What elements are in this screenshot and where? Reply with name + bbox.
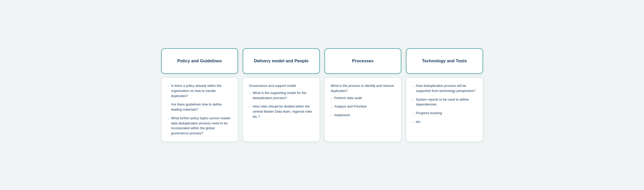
content-technology: How deduplication process will be suppor… (406, 77, 483, 141)
header-policy: Policy and Guidelines (161, 48, 238, 74)
column-processes: ProcessesWhat is the process to identify… (324, 48, 402, 141)
processes-top-text: What is the process to identify and remo… (331, 83, 395, 93)
list-item: etc. (412, 119, 477, 124)
list-item: Progress tracking (412, 111, 477, 116)
column-policy: Policy and GuidelinesIs there a policy a… (161, 48, 238, 141)
delivery-top-text: Governance and support model (249, 83, 313, 88)
processes-list: Perform data auditAnalyze and Prioritize… (331, 96, 395, 118)
main-container: Policy and GuidelinesIs there a policy a… (161, 48, 483, 141)
content-policy: Is there a policy already within the org… (161, 77, 238, 141)
list-item: Analyze and Prioritize (331, 104, 395, 109)
header-technology: Technology and Tools (406, 48, 483, 74)
content-delivery: Governance and support modelWhat is the … (243, 77, 320, 141)
list-item: How roles should be divided within the c… (249, 104, 313, 119)
list-item: Are there guidelines how to define leadi… (168, 102, 232, 112)
list-item: How deduplication process will be suppor… (412, 83, 477, 93)
header-processes: Processes (324, 48, 402, 74)
column-technology: Technology and ToolsHow deduplication pr… (406, 48, 483, 141)
list-item: Implement (331, 113, 395, 118)
delivery-nested-list: What is the supporting model for the ded… (249, 90, 313, 119)
header-title-technology: Technology and Tools (422, 58, 467, 64)
list-item: System reports to be used to define depe… (412, 97, 477, 107)
list-item: What further policy topics across master… (168, 116, 232, 136)
header-title-delivery: Delivery model and People (254, 58, 309, 64)
column-delivery: Delivery model and PeopleGovernance and … (243, 48, 320, 141)
header-title-processes: Processes (352, 58, 373, 64)
header-delivery: Delivery model and People (243, 48, 320, 74)
list-item: Is there a policy already within the org… (168, 83, 232, 98)
technology-list: How deduplication process will be suppor… (412, 83, 477, 124)
header-title-policy: Policy and Guidelines (177, 58, 222, 64)
policy-list: Is there a policy already within the org… (168, 83, 232, 136)
content-processes: What is the process to identify and remo… (324, 77, 402, 141)
list-item: Perform data audit (331, 96, 395, 101)
list-item: What is the supporting model for the ded… (249, 90, 313, 100)
